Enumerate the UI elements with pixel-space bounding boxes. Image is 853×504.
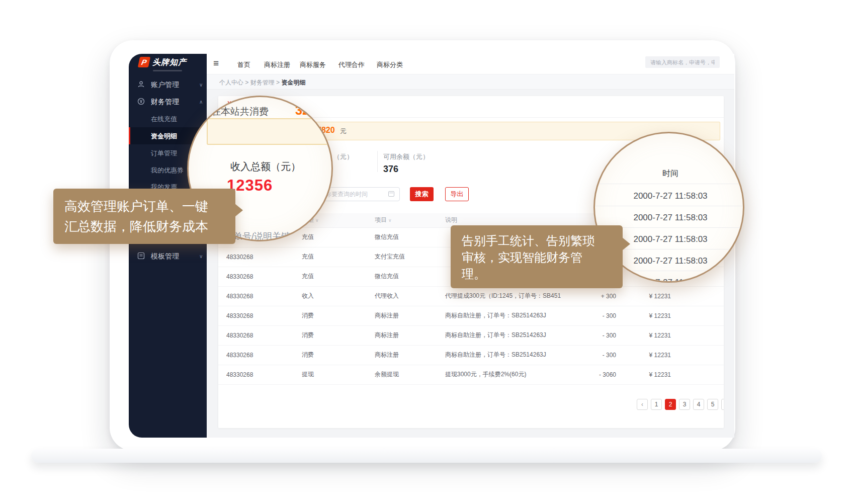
stat-divider: [377, 151, 378, 172]
brand-logo-icon: P: [138, 57, 150, 67]
stat-mid-label: （元）: [333, 152, 353, 161]
nav-item-home[interactable]: 首页: [237, 60, 250, 69]
brand-tagline: [153, 70, 182, 71]
sort-caret-icon[interactable]: ∨: [388, 218, 392, 223]
breadcrumb-current: 资金明细: [281, 79, 305, 86]
search-button[interactable]: 搜索: [410, 187, 434, 201]
laptop-base: [31, 449, 822, 463]
pagination-next-button[interactable]: ›: [721, 399, 724, 410]
divider: [595, 184, 744, 184]
magnified-income-label: 收入总额（元）: [230, 160, 301, 174]
export-button[interactable]: 导出: [445, 187, 469, 201]
chevron-down-icon: ∨: [199, 254, 203, 259]
pagination-page-4[interactable]: 4: [693, 399, 704, 410]
header-project[interactable]: 项目∨: [375, 213, 445, 227]
calendar-icon[interactable]: [388, 191, 394, 197]
breadcrumb-sep: >: [245, 79, 248, 86]
stat-balance-value: 376: [383, 164, 398, 175]
brand-name: 头牌知产: [152, 57, 187, 68]
table-row[interactable]: 48330268消费商标注册 商标自助注册，订单号：SB2514263J- 30…: [218, 345, 724, 365]
callout-left-line2: 汇总数据，降低财务成本: [64, 216, 224, 236]
magnified-time-header: 时间: [595, 169, 744, 179]
pagination-page-1[interactable]: 1: [651, 399, 662, 410]
callout-right: 告别手工统计、告别繁琐 审核，实现智能财务管 理。: [451, 225, 623, 288]
breadcrumb: 个人中心 > 财务管理 > 资金明细: [219, 78, 305, 87]
sidebar-item-finance[interactable]: 财务管理: [151, 98, 179, 107]
callout-right-line2: 审核，实现智能财务管: [462, 249, 612, 266]
pagination: ‹ 1 2 3 4 5 ›: [637, 399, 724, 410]
magnified-banner: [207, 118, 333, 145]
nav-item-trademark-service[interactable]: 商标服务: [300, 60, 326, 69]
nav-item-trademark-register[interactable]: 商标注册: [264, 60, 290, 69]
callout-right-line1: 告别手工统计、告别繁琐: [462, 232, 612, 249]
pagination-page-5[interactable]: 5: [707, 399, 718, 410]
sidebar-item-account[interactable]: 账户管理: [151, 80, 179, 90]
callout-left-line1: 高效管理账户订单、一键: [64, 196, 224, 216]
sort-caret-icon[interactable]: ∨: [315, 218, 319, 223]
table-row[interactable]: 48330268消费商标注册 商标自助注册，订单号：SB2514263J- 30…: [218, 306, 724, 325]
sidebar: [129, 54, 207, 438]
callout-left: 高效管理账户订单、一键 汇总数据，降低财务成本: [53, 189, 235, 244]
banner-unit: 元: [340, 127, 347, 136]
table-row[interactable]: 48330268消费商标注册 商标自助注册，订单号：SB2514263J- 30…: [218, 325, 724, 345]
table-row[interactable]: 48330268收入代理收入 代理提成300元（ID:1245，订单号：SB45…: [218, 286, 724, 306]
pagination-prev-button[interactable]: ‹: [637, 399, 648, 410]
breadcrumb-home[interactable]: 个人中心: [219, 79, 243, 86]
breadcrumb-section[interactable]: 财务管理: [250, 79, 275, 86]
stat-balance-label: 可用余额（元）: [383, 152, 429, 161]
sidebar-item-coupons[interactable]: 我的优惠券: [151, 166, 184, 175]
sidebar-item-order-management[interactable]: 订单管理: [151, 149, 177, 158]
sidebar-item-online-recharge[interactable]: 在线充值: [151, 115, 177, 124]
template-icon: [137, 252, 145, 262]
breadcrumb-sep: >: [276, 79, 280, 86]
trademark-search-input[interactable]: [645, 56, 720, 68]
nav-item-trademark-category[interactable]: 商标分类: [377, 60, 403, 69]
pagination-page-2[interactable]: 2: [665, 399, 676, 410]
page-canvas: P 头牌知产 账户管理 ∨ 财务管理 ∧ 在线充值 资金明细 订单管理 我的优惠…: [0, 0, 853, 504]
magnified-time-row: 2000-7-27 11:58:03: [595, 213, 744, 223]
finance-icon: [137, 98, 145, 107]
table-row[interactable]: 48330268提现余额提现 提现3000元，手续费2%(60元)- 3060¥…: [218, 365, 724, 384]
chevron-down-icon: ∨: [199, 82, 203, 88]
chevron-up-icon: ∧: [199, 99, 203, 105]
magnified-time-row: 2000-7-27 11:58:03: [595, 191, 744, 201]
callout-arrow-icon: [235, 204, 243, 217]
sidebar-active-item-bar: [129, 127, 130, 144]
sidebar-item-template[interactable]: 模板管理: [151, 252, 179, 261]
hamburger-menu-icon[interactable]: ≡: [213, 58, 219, 69]
nav-item-agency[interactable]: 代理合作: [338, 60, 365, 69]
user-icon: [137, 80, 145, 90]
sidebar-item-fund-details[interactable]: 资金明细: [151, 132, 177, 141]
pagination-page-3[interactable]: 3: [679, 399, 690, 410]
callout-arrow-icon: [622, 237, 630, 250]
divider: [595, 206, 744, 206]
callout-right-line3: 理。: [462, 266, 612, 282]
